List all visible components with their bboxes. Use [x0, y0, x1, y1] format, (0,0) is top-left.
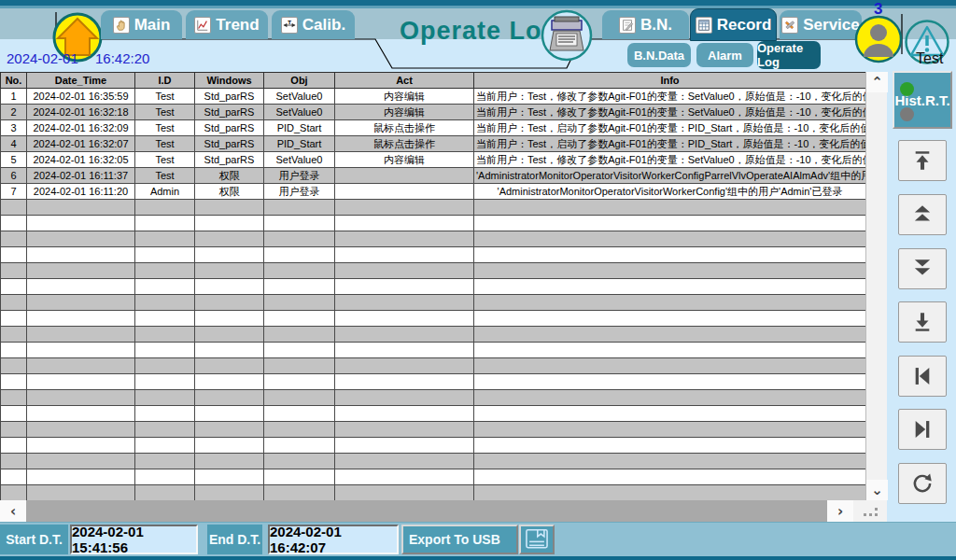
log-cell: [135, 374, 195, 390]
log-cell: [1, 311, 27, 327]
log-cell: [1, 263, 27, 279]
col-id: I.D: [135, 73, 195, 89]
log-row-empty: [1, 469, 866, 485]
log-row: 22024-02-01 16:32:18TestStd_parRSSetValu…: [1, 105, 866, 120]
log-row: 42024-02-01 16:32:07TestStd_parRSPID_Sta…: [1, 136, 866, 152]
log-cell: [195, 311, 264, 327]
refresh-button[interactable]: [898, 463, 947, 504]
log-cell: [1, 327, 27, 343]
tab-calib[interactable]: T Calib.: [272, 10, 355, 39]
note-icon: [619, 17, 636, 34]
log-cell: [264, 406, 335, 422]
log-cell: [474, 200, 866, 216]
log-cell: SetValue0: [264, 89, 335, 105]
scroll-to-bottom-icon: [910, 310, 935, 334]
log-row: 32024-02-01 16:32:09TestStd_parRSPID_Sta…: [1, 120, 866, 136]
tab-bn[interactable]: B.N.: [602, 10, 689, 39]
table-header-row: No. Date_Time I.D Windows Obj Act Info: [1, 73, 866, 89]
log-cell: [1, 469, 27, 485]
log-cell: 'AdministratorMonitorOperatorVisitorWork…: [474, 168, 866, 184]
col-windows: Windows: [195, 73, 264, 89]
first-record-button[interactable]: [898, 356, 947, 397]
export-usb-icon-button[interactable]: [519, 525, 555, 554]
scroll-down-arrow[interactable]: ⌄: [866, 480, 888, 500]
log-row-empty: [1, 438, 866, 454]
start-datetime-field[interactable]: 2024-02-01 15:41:56: [70, 525, 198, 554]
tab-service[interactable]: Service: [780, 10, 862, 39]
log-cell: 用户登录: [264, 168, 335, 184]
log-cell: [135, 343, 195, 358]
log-cell: [135, 311, 195, 327]
log-cell: [474, 327, 866, 343]
log-cell: [264, 247, 335, 263]
log-cell: [1, 343, 27, 358]
subtab-bn-data[interactable]: B.N.Data: [627, 43, 691, 67]
log-cell: [264, 422, 335, 438]
log-row-empty: [1, 247, 866, 263]
log-cell: [27, 469, 135, 485]
log-cell: [335, 295, 474, 311]
log-row-empty: [1, 327, 866, 343]
log-cell: [474, 279, 866, 295]
log-cell: 内容编辑: [335, 152, 474, 168]
scroll-right-arrow[interactable]: ›: [827, 500, 853, 522]
log-cell: [264, 390, 335, 406]
log-cell: [474, 374, 866, 390]
print-button[interactable]: [540, 8, 594, 63]
log-cell: [195, 343, 264, 358]
page-down-button[interactable]: [898, 248, 947, 289]
log-cell: [474, 469, 866, 485]
log-cell: [195, 469, 264, 485]
log-cell: [1, 438, 27, 454]
log-cell: 权限: [195, 184, 264, 200]
log-cell: [264, 485, 335, 501]
log-cell: 鼠标点击操作: [335, 120, 474, 136]
horizontal-scrollbar[interactable]: ‹ ›: [0, 500, 887, 522]
vertical-scrollbar[interactable]: ⌃ ⌄: [865, 72, 887, 500]
log-cell: [27, 438, 135, 454]
log-cell: 当前用户：Test，修改了参数Agit-F01的变量：SetValue0，原始值…: [474, 89, 866, 105]
gray-indicator-dot: [900, 107, 914, 121]
log-cell: [195, 216, 264, 231]
log-cell: [335, 406, 474, 422]
tab-main[interactable]: Main: [101, 10, 182, 39]
log-cell: [335, 168, 474, 184]
logged-in-user: Test: [916, 50, 943, 67]
subtab-operate-log[interactable]: Operate Log: [757, 41, 821, 69]
log-cell: [27, 390, 135, 406]
log-cell: [195, 279, 264, 295]
log-row-empty: [1, 422, 866, 438]
log-row-empty: [1, 358, 866, 374]
log-cell: [264, 454, 335, 469]
log-cell: [135, 438, 195, 454]
log-cell: [264, 263, 335, 279]
log-cell: [335, 454, 474, 469]
scroll-left-arrow[interactable]: ‹: [0, 500, 26, 522]
end-datetime-field[interactable]: 2024-02-01 16:42:07: [268, 525, 399, 554]
page-up-button[interactable]: [898, 194, 947, 235]
log-cell: 当前用户：Test，启动了参数Agit-F01的变量：PID_Start，原始值…: [474, 120, 866, 136]
hist-rt-toggle-button[interactable]: Hist.R.T.: [893, 71, 952, 129]
tab-label: B.N.: [640, 16, 672, 35]
log-cell: [264, 279, 335, 295]
tab-trend[interactable]: Trend: [186, 10, 268, 39]
log-cell: [195, 485, 264, 501]
log-cell: [335, 247, 474, 263]
grid-icon: [696, 17, 712, 34]
resize-grip[interactable]: [864, 506, 879, 519]
log-cell: [335, 485, 474, 501]
export-to-usb-button[interactable]: Export To USB: [401, 525, 518, 554]
last-record-button[interactable]: [898, 409, 947, 450]
horizontal-scroll-thumb[interactable]: [26, 500, 827, 522]
user-button[interactable]: [854, 15, 903, 63]
log-row: 62024-02-01 16:11:37Test权限用户登录'Administr…: [1, 168, 866, 184]
log-cell: [1, 247, 27, 263]
scroll-to-bottom-button[interactable]: [898, 301, 947, 343]
subtab-alarm[interactable]: Alarm: [696, 43, 753, 67]
log-cell: 用户登录: [264, 184, 335, 200]
scroll-up-arrow[interactable]: ⌃: [866, 72, 888, 92]
scroll-to-top-button[interactable]: [898, 140, 947, 181]
log-cell: [1, 406, 27, 422]
tab-record[interactable]: Record: [690, 8, 777, 41]
double-up-icon: [910, 203, 935, 227]
